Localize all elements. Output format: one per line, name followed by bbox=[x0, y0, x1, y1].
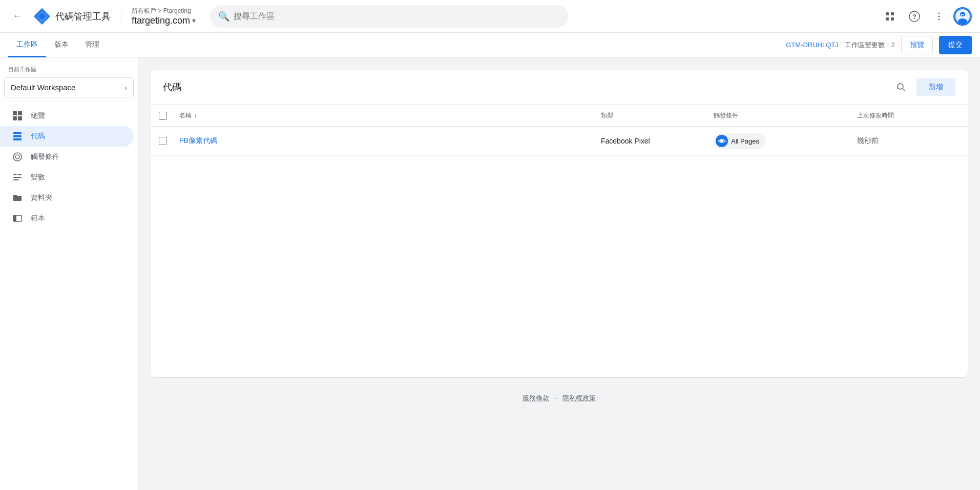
apps-icon bbox=[885, 11, 895, 22]
overview-icon bbox=[12, 111, 23, 121]
account-main: ftargeting.com ▾ bbox=[132, 15, 196, 26]
back-icon: ← bbox=[13, 11, 22, 22]
apps-button[interactable] bbox=[880, 6, 900, 27]
current-workspace-label: 目前工作區 bbox=[0, 66, 138, 77]
row-time-col: 幾秒前 bbox=[857, 136, 960, 146]
tag-link[interactable]: FB像素代碼 bbox=[179, 136, 217, 145]
main-layout: 目前工作區 Default Workspace › 總覽 bbox=[0, 57, 980, 490]
workspace-selector[interactable]: Default Workspace › bbox=[4, 77, 134, 97]
gtm-id: GTM-DRUHLQTJ bbox=[786, 41, 839, 49]
more-button[interactable] bbox=[929, 6, 949, 27]
svg-text:?: ? bbox=[912, 13, 916, 21]
workspace-chevron-icon: › bbox=[124, 84, 127, 92]
table-row: FB像素代碼 Facebook Pixel All Pages 幾 bbox=[151, 127, 968, 156]
new-tag-button[interactable]: 新增 bbox=[916, 78, 955, 96]
row-checkbox-col bbox=[159, 137, 179, 145]
sidebar-label-triggers: 觸發條件 bbox=[31, 152, 59, 161]
svg-rect-21 bbox=[13, 132, 22, 134]
svg-rect-19 bbox=[13, 116, 17, 120]
card-header: 代碼 新增 bbox=[151, 70, 968, 105]
templates-icon bbox=[12, 213, 23, 223]
page-title: 代碼 bbox=[163, 81, 181, 93]
svg-rect-20 bbox=[18, 116, 22, 120]
svg-rect-23 bbox=[13, 138, 22, 140]
logo-container: 代碼管理工具 bbox=[33, 7, 111, 26]
row-name-col: FB像素代碼 bbox=[179, 136, 601, 146]
sidebar-label-variables: 變數 bbox=[31, 173, 45, 182]
card-actions: 新增 bbox=[892, 78, 955, 96]
search-tags-icon bbox=[896, 82, 906, 92]
tab-workspace[interactable]: 工作區 bbox=[8, 33, 46, 57]
account-breadcrumb: 所有帳戶 > Ftargeting bbox=[132, 7, 196, 15]
help-icon: ? bbox=[909, 11, 920, 22]
back-button[interactable]: ← bbox=[8, 7, 27, 26]
col-name-label: 名稱 bbox=[179, 111, 192, 120]
svg-point-25 bbox=[15, 155, 19, 159]
sidebar-label-folders: 資料夾 bbox=[31, 193, 52, 202]
sidebar-label-overview: 總覽 bbox=[31, 111, 45, 120]
row-checkbox[interactable] bbox=[159, 137, 167, 145]
header-checkbox-col bbox=[159, 111, 179, 120]
triggers-icon bbox=[12, 152, 23, 162]
nav-divider bbox=[121, 9, 121, 24]
svg-rect-5 bbox=[891, 12, 894, 15]
user-avatar[interactable]: R bbox=[953, 7, 972, 26]
variables-icon bbox=[12, 172, 23, 182]
table-header: 名稱 ↑ 類型 觸發條件 上次修改時間 bbox=[151, 105, 968, 127]
terms-link[interactable]: 服務條款 bbox=[523, 394, 549, 402]
help-button[interactable]: ? bbox=[904, 6, 925, 27]
sidebar-label-tags: 代碼 bbox=[31, 132, 45, 141]
svg-text:R: R bbox=[961, 13, 965, 19]
tab-manage[interactable]: 管理 bbox=[77, 33, 108, 57]
svg-point-32 bbox=[898, 84, 903, 89]
sidebar-nav: 總覽 代碼 bbox=[0, 106, 138, 229]
svg-rect-28 bbox=[13, 179, 19, 180]
trigger-label: All Pages bbox=[731, 137, 759, 145]
preview-button[interactable]: 預覽 bbox=[901, 36, 933, 54]
trigger-badge[interactable]: All Pages bbox=[714, 133, 765, 149]
nav-actions: ? R bbox=[880, 6, 972, 27]
account-chevron-icon: ▾ bbox=[192, 16, 196, 25]
svg-rect-31 bbox=[13, 215, 16, 221]
sidebar-item-variables[interactable]: 變數 bbox=[0, 167, 134, 188]
submit-button[interactable]: 提交 bbox=[939, 36, 972, 54]
tab-version[interactable]: 版本 bbox=[46, 33, 77, 57]
workspace-name: Default Workspace bbox=[11, 83, 75, 92]
svg-rect-17 bbox=[13, 111, 17, 115]
svg-rect-6 bbox=[886, 17, 889, 21]
sort-icon: ↑ bbox=[194, 112, 197, 119]
svg-rect-4 bbox=[886, 12, 889, 15]
privacy-link[interactable]: 隱私權政策 bbox=[562, 394, 596, 402]
search-tags-button[interactable] bbox=[892, 78, 910, 96]
sub-nav-actions: GTM-DRUHLQTJ 工作區變更數：2 預覽 提交 bbox=[786, 36, 972, 54]
row-trigger-col: All Pages bbox=[714, 133, 857, 149]
content-area: 代碼 新增 名稱 ↑ bbox=[138, 57, 980, 490]
trigger-icon bbox=[716, 135, 728, 147]
svg-rect-22 bbox=[13, 135, 22, 137]
more-icon bbox=[934, 11, 944, 22]
sidebar-item-folders[interactable]: 資料夾 bbox=[0, 188, 134, 208]
header-trigger-col: 觸發條件 bbox=[714, 111, 857, 120]
svg-point-11 bbox=[939, 15, 940, 17]
svg-point-10 bbox=[939, 12, 940, 14]
header-name-col[interactable]: 名稱 ↑ bbox=[179, 111, 601, 120]
sidebar-item-triggers[interactable]: 觸發條件 bbox=[0, 147, 134, 167]
header-time-col: 上次修改時間 bbox=[857, 111, 960, 120]
sidebar-item-overview[interactable]: 總覽 bbox=[0, 106, 134, 126]
account-name: ftargeting.com bbox=[132, 15, 190, 26]
search-bar: 🔍 bbox=[210, 5, 569, 28]
svg-rect-29 bbox=[18, 174, 22, 175]
svg-rect-7 bbox=[891, 17, 894, 21]
select-all-checkbox[interactable] bbox=[159, 112, 167, 120]
top-nav: ← 代碼管理工具 所有帳戶 > Ftargeting ftargeting.co… bbox=[0, 0, 980, 33]
page-footer: 服務條款 · 隱私權政策 bbox=[151, 377, 968, 419]
user-avatar-icon: R bbox=[954, 8, 971, 25]
search-input[interactable] bbox=[234, 12, 560, 21]
svg-point-12 bbox=[939, 18, 940, 20]
svg-rect-18 bbox=[18, 111, 22, 115]
folders-icon bbox=[12, 193, 23, 203]
account-selector[interactable]: 所有帳戶 > Ftargeting ftargeting.com ▾ bbox=[132, 7, 196, 26]
svg-rect-26 bbox=[13, 174, 17, 175]
sidebar-item-templates[interactable]: 範本 bbox=[0, 208, 134, 229]
sidebar-item-tags[interactable]: 代碼 bbox=[0, 126, 134, 147]
